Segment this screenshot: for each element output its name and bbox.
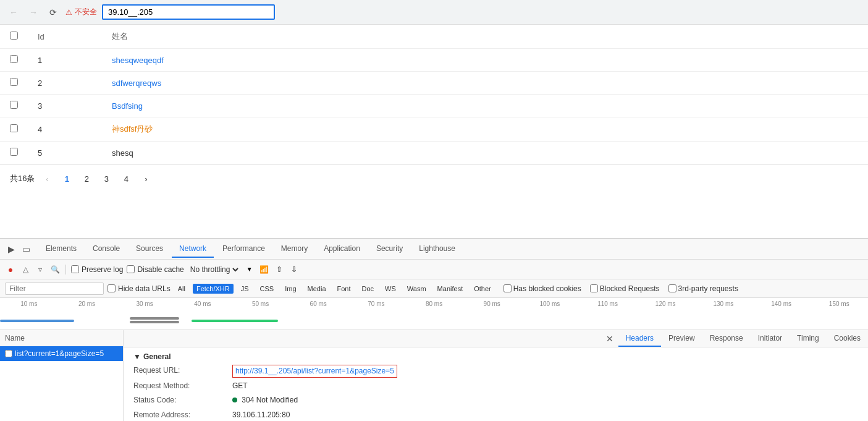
tab-console[interactable]: Console <box>85 240 127 258</box>
page-3-button[interactable]: 3 <box>99 171 114 186</box>
tab-security[interactable]: Security <box>369 240 410 258</box>
tab-network[interactable]: Network <box>172 240 214 258</box>
tl-80ms: 80 ms <box>405 300 463 307</box>
devtools-tabs-bar: ▶ ▭ Elements Console Sources Network Per… <box>0 239 868 260</box>
forward-button[interactable]: → <box>26 5 41 20</box>
cell-id: 5 <box>28 142 102 164</box>
upload-icon[interactable]: ⇧ <box>274 264 285 275</box>
blocked-requests-checkbox[interactable] <box>590 284 598 292</box>
clear-button[interactable]: △ <box>20 264 31 275</box>
warning-icon: ⚠ <box>65 8 72 17</box>
device-toggle-icon[interactable]: ▭ <box>20 243 32 255</box>
row-checkbox[interactable] <box>10 55 18 63</box>
has-blocked-cookies-label[interactable]: Has blocked cookies <box>504 284 581 293</box>
back-button[interactable]: ← <box>6 5 21 20</box>
timeline-svg <box>0 315 868 327</box>
tab-performance[interactable]: Performance <box>215 240 272 258</box>
page-2-button[interactable]: 2 <box>79 171 94 186</box>
detail-content: ▼ General Request URL: http://39.1__.205… <box>124 347 868 421</box>
select-all-checkbox[interactable] <box>10 32 18 40</box>
filter-input[interactable] <box>5 283 104 295</box>
row-checkbox[interactable] <box>10 124 18 132</box>
filter-wasm-btn[interactable]: Wasm <box>403 284 430 294</box>
tab-elements[interactable]: Elements <box>38 240 84 258</box>
tl-10ms: 10 ms <box>0 300 58 307</box>
request-method-row: Request Method: GET <box>133 380 858 392</box>
cell-name: shesqweqeqdf <box>102 49 868 72</box>
request-item-name: list?current=1&pageSize=5 <box>15 349 104 358</box>
request-item[interactable]: list?current=1&pageSize=5 <box>0 346 123 361</box>
svg-rect-0 <box>0 320 74 322</box>
filter-fetch-xhr-btn[interactable]: Fetch/XHR <box>193 284 234 294</box>
search-button[interactable]: 🔍 <box>49 264 61 275</box>
preserve-log-label[interactable]: Preserve log <box>71 265 123 274</box>
request-url-label: Request URL: <box>133 365 232 378</box>
tab-lighthouse[interactable]: Lighthouse <box>411 240 463 258</box>
filter-ws-btn[interactable]: WS <box>381 284 400 294</box>
remote-address-row: Remote Address: 39.106.11.205:80 <box>133 409 858 421</box>
tl-20ms: 20 ms <box>58 300 116 307</box>
detail-tab-cookies[interactable]: Cookies <box>827 330 868 347</box>
url-bar[interactable] <box>102 4 275 20</box>
throttle-select[interactable]: No throttling <box>188 265 240 274</box>
filter-button[interactable]: ▿ <box>35 264 46 275</box>
filter-manifest-btn[interactable]: Manifest <box>434 284 467 294</box>
tl-100ms: 100 ms <box>521 300 579 307</box>
tab-sources[interactable]: Sources <box>129 240 171 258</box>
tab-application[interactable]: Application <box>316 240 368 258</box>
page-1-button[interactable]: 1 <box>59 171 74 186</box>
row-checkbox[interactable] <box>10 78 18 86</box>
page-content: Id 姓名 1shesqweqeqdf2sdfwerqreqws3Bsdfsin… <box>0 25 868 238</box>
filter-css-btn[interactable]: CSS <box>256 284 278 294</box>
detail-tab-headers[interactable]: Headers <box>618 330 661 347</box>
filter-all-btn[interactable]: All <box>174 284 189 294</box>
prev-page-button[interactable]: ‹ <box>40 171 54 186</box>
hide-data-urls-checkbox[interactable] <box>107 284 116 292</box>
filter-doc-btn[interactable]: Doc <box>358 284 378 294</box>
tl-30ms: 30 ms <box>116 300 174 307</box>
detail-tab-preview[interactable]: Preview <box>661 330 702 347</box>
network-toolbar: ● △ ▿ 🔍 Preserve log Disable cache No th… <box>0 260 868 279</box>
detail-tab-timing[interactable]: Timing <box>790 330 827 347</box>
preserve-log-checkbox[interactable] <box>71 265 79 273</box>
third-party-label[interactable]: 3rd-party requests <box>668 284 738 293</box>
svg-rect-1 <box>130 317 179 320</box>
data-table: Id 姓名 1shesqweqeqdf2sdfwerqreqws3Bsdfsin… <box>0 25 868 164</box>
browser-bar: ← → ⟳ ⚠ 不安全 <box>0 0 868 25</box>
element-picker-icon[interactable]: ▶ <box>5 243 17 255</box>
filter-img-btn[interactable]: Img <box>281 284 300 294</box>
disable-cache-label[interactable]: Disable cache <box>127 265 183 274</box>
row-checkbox[interactable] <box>10 101 18 109</box>
toolbar-separator-1 <box>65 265 66 274</box>
tab-memory[interactable]: Memory <box>274 240 315 258</box>
reload-button[interactable]: ⟳ <box>46 5 61 20</box>
page-4-button[interactable]: 4 <box>119 171 133 186</box>
filter-font-btn[interactable]: Font <box>334 284 355 294</box>
has-blocked-cookies-checkbox[interactable] <box>504 284 512 292</box>
filter-js-btn[interactable]: JS <box>237 284 253 294</box>
detail-section-general: ▼ General <box>133 352 858 361</box>
detail-close-button[interactable]: ✕ <box>601 330 618 347</box>
filter-media-btn[interactable]: Media <box>304 284 330 294</box>
status-code-text: 304 Not Modified <box>242 396 298 404</box>
status-code-row: Status Code: 304 Not Modified <box>133 394 858 406</box>
disable-cache-checkbox[interactable] <box>127 265 135 273</box>
third-party-checkbox[interactable] <box>668 284 676 292</box>
cell-id: 2 <box>28 72 102 95</box>
row-checkbox[interactable] <box>10 148 18 156</box>
requests-header: Name <box>0 330 123 346</box>
detail-tab-response[interactable]: Response <box>702 330 751 347</box>
filter-other-btn[interactable]: Other <box>470 284 495 294</box>
throttle-dropdown-icon[interactable]: ▼ <box>244 264 255 275</box>
wifi-icon[interactable]: 📶 <box>259 264 270 275</box>
cell-name: sdfwerqreqws <box>102 72 868 95</box>
requests-name-header: Name <box>5 334 25 342</box>
hide-data-urls-label[interactable]: Hide data URLs <box>107 284 171 293</box>
record-button[interactable]: ● <box>5 264 16 275</box>
tl-110ms: 110 ms <box>579 300 637 307</box>
request-item-checkbox[interactable] <box>5 350 12 357</box>
blocked-requests-label[interactable]: Blocked Requests <box>590 284 660 293</box>
next-page-button[interactable]: › <box>138 171 153 186</box>
download-icon[interactable]: ⇩ <box>289 264 300 275</box>
detail-tab-initiator[interactable]: Initiator <box>751 330 790 347</box>
